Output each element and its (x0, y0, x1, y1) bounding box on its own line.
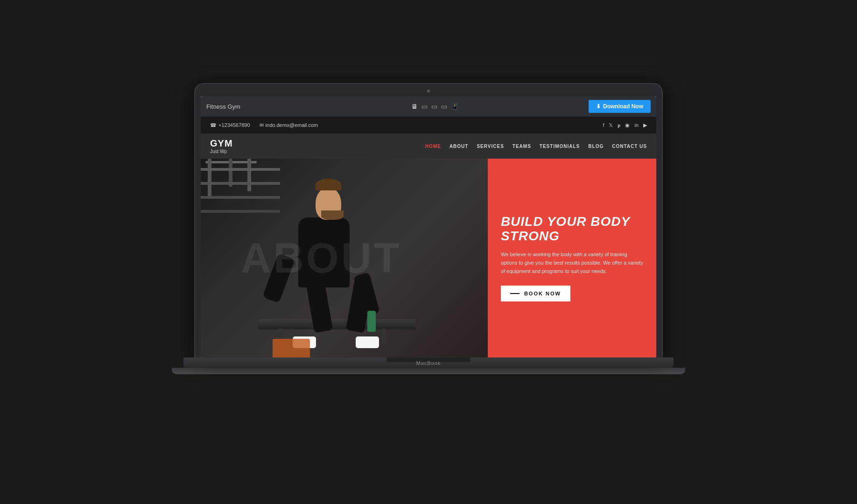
nav-logo-title: GYM (210, 138, 233, 149)
nav-link-contact[interactable]: CONTACT US (612, 144, 647, 149)
nav-logo: GYM Just Wp (210, 138, 233, 154)
desktop-device-icon[interactable]: 🖥 (411, 103, 418, 110)
nav-link-teams[interactable]: TEAMS (513, 144, 531, 149)
nav-link-about[interactable]: ABOUT (450, 144, 469, 149)
phone-number: +1234567890 (218, 122, 250, 128)
hero-headline-line1: BUILD YOUR BODY (501, 214, 630, 229)
nav-links: HOME ABOUT SERVICES TEAMS TESTIMONIALS B… (425, 144, 647, 149)
download-icon: ⬇ (596, 103, 601, 110)
phone-contact: ☎ +1234567890 (210, 122, 250, 128)
email-contact: ✉ indo.demo@email.com (260, 122, 318, 128)
scene: Fitness Gym 🖥 ▭ ▭ ▭ 📱 ⬇ Download Now (172, 84, 685, 420)
nav-logo-sub: Just Wp (210, 149, 233, 154)
laptop-screen: Fitness Gym 🖥 ▭ ▭ ▭ 📱 ⬇ Download Now (201, 96, 656, 357)
twitter-icon[interactable]: 𝕏 (609, 122, 613, 128)
small-tablet-device-icon[interactable]: ▭ (441, 103, 447, 110)
hero-headline-line2: STRONG (501, 229, 560, 243)
laptop-base: MacBook (183, 357, 674, 368)
youtube-icon[interactable]: ▶ (643, 122, 647, 128)
website: Fitness Gym 🖥 ▭ ▭ ▭ 📱 ⬇ Download Now (201, 96, 656, 357)
nav-link-testimonials[interactable]: TESTIMONIALS (540, 144, 580, 149)
hero-description: We believe in working the body with a va… (501, 251, 643, 275)
hero-section: About BUILD YOUR BODY STRONG We believe … (201, 159, 656, 357)
laptop-outer: Fitness Gym 🖥 ▭ ▭ ▭ 📱 ⬇ Download Now (183, 84, 674, 374)
book-btn-dash (510, 293, 520, 294)
laptop-screen-frame: Fitness Gym 🖥 ▭ ▭ ▭ 📱 ⬇ Download Now (195, 84, 662, 357)
nav: GYM Just Wp HOME ABOUT SERVICES TEAMS TE… (201, 133, 656, 159)
email-icon: ✉ (260, 122, 264, 128)
contact-bar: ☎ +1234567890 ✉ indo.demo@email.com f 𝕏 (201, 117, 656, 133)
hero-image: About (201, 159, 488, 357)
book-btn-label: BOOK NOW (524, 291, 561, 296)
instagram-icon[interactable]: ◉ (625, 122, 630, 128)
download-label: Download Now (603, 103, 643, 110)
laptop-stand (172, 368, 685, 374)
hero-headline: BUILD YOUR BODY STRONG (501, 215, 643, 244)
macbook-label: MacBook (416, 360, 441, 366)
nav-link-blog[interactable]: BLOG (588, 144, 604, 149)
toolbar: Fitness Gym 🖥 ▭ ▭ ▭ 📱 ⬇ Download Now (201, 96, 656, 117)
pinterest-icon[interactable]: 𝐩 (618, 122, 620, 128)
toolbar-title: Fitness Gym (206, 103, 281, 110)
laptop-camera (427, 90, 430, 92)
nav-link-home[interactable]: HOME (425, 144, 441, 149)
social-icons: f 𝕏 𝐩 ◉ in ▶ (603, 122, 647, 128)
hero-text-side: BUILD YOUR BODY STRONG We believe in wor… (488, 159, 656, 357)
tablet-device-icon[interactable]: ▭ (431, 103, 437, 110)
phone-icon: ☎ (210, 122, 217, 128)
contact-info: ☎ +1234567890 ✉ indo.demo@email.com (210, 122, 603, 128)
large-tablet-device-icon[interactable]: ▭ (421, 103, 428, 110)
nav-link-services[interactable]: SERVICES (477, 144, 504, 149)
facebook-icon[interactable]: f (603, 122, 604, 128)
download-now-button[interactable]: ⬇ Download Now (589, 100, 651, 113)
mobile-device-icon[interactable]: 📱 (451, 103, 459, 110)
email-address: indo.demo@email.com (266, 122, 318, 128)
toolbar-devices: 🖥 ▭ ▭ ▭ 📱 (281, 103, 589, 110)
linkedin-icon[interactable]: in (634, 122, 639, 128)
book-now-button[interactable]: BOOK NOW (501, 286, 570, 301)
